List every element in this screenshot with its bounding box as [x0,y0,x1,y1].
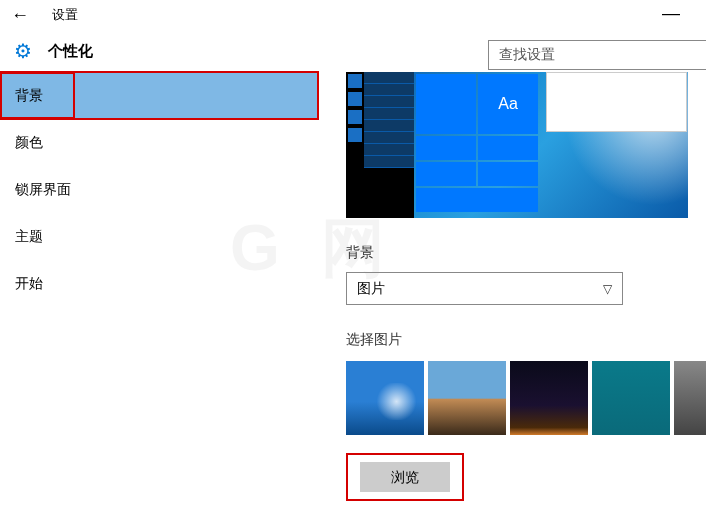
sidebar-item-start[interactable]: 开始 [0,260,318,307]
sidebar: 背景 颜色 锁屏界面 主题 开始 [0,72,318,508]
browse-button[interactable]: 浏览 [360,462,450,492]
preview-window [546,72,687,132]
sidebar-item-label: 开始 [15,275,43,293]
picture-thumb[interactable] [592,361,670,435]
search-placeholder: 查找设置 [499,46,555,64]
gear-icon: ⚙ [14,39,32,63]
content-panel: Aa 背景 图片 ▽ 选择图片 浏览 [318,72,706,508]
titlebar: ← 设置 — [0,0,706,30]
picture-thumbnails [346,361,706,435]
picture-thumb[interactable] [428,361,506,435]
header: ⚙ 个性化 查找设置 [0,30,706,72]
picture-thumb[interactable] [510,361,588,435]
sidebar-item-label: 主题 [15,228,43,246]
sidebar-item-themes[interactable]: 主题 [0,213,318,260]
sidebar-item-label: 颜色 [15,134,43,152]
sidebar-item-background[interactable]: 背景 [0,72,318,119]
desktop-preview: Aa [346,72,688,218]
preview-taskbar [346,72,364,218]
preview-sample-text-tile: Aa [478,74,538,134]
picture-thumb[interactable] [674,361,706,435]
page-title: 个性化 [48,42,93,61]
sidebar-item-label: 背景 [15,87,43,105]
dropdown-selected: 图片 [357,280,385,298]
browse-highlight: 浏览 [346,453,464,501]
chevron-down-icon: ▽ [603,282,612,296]
sidebar-item-lockscreen[interactable]: 锁屏界面 [0,166,318,213]
preview-start-menu: Aa [364,72,540,218]
choose-picture-label: 选择图片 [346,331,706,349]
background-label: 背景 [346,244,706,262]
minimize-button[interactable]: — [656,8,686,18]
picture-thumb[interactable] [346,361,424,435]
main: 背景 颜色 锁屏界面 主题 开始 Aa [0,72,706,508]
window-title: 设置 [52,6,78,24]
sidebar-item-label: 锁屏界面 [15,181,71,199]
back-arrow-icon: ← [11,5,29,26]
sidebar-item-colors[interactable]: 颜色 [0,119,318,166]
back-button[interactable]: ← [8,3,32,27]
search-input[interactable]: 查找设置 [488,40,706,70]
background-type-dropdown[interactable]: 图片 ▽ [346,272,623,305]
